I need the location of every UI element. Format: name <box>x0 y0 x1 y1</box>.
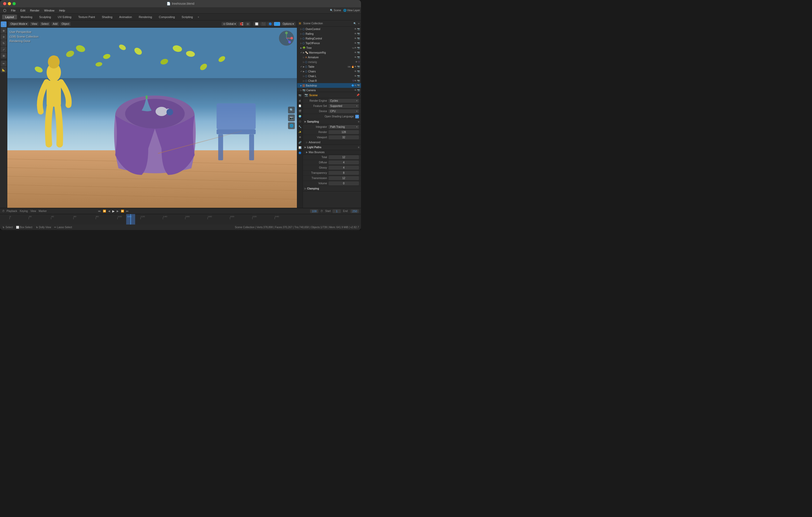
visibility-icon[interactable]: 👁 <box>354 89 356 91</box>
playback-btn[interactable]: Playback <box>6 209 18 213</box>
visibility-icon[interactable]: 👁 <box>354 47 356 49</box>
volume-value[interactable]: 0 <box>328 181 359 185</box>
output-props-icon[interactable]: 🖨 <box>298 98 302 103</box>
view-btn[interactable]: View <box>30 209 37 213</box>
render-props-icon[interactable]: 📷 <box>298 93 302 98</box>
render-icon[interactable]: 📷 <box>357 42 360 44</box>
visibility-icon[interactable]: 👁 <box>355 61 357 63</box>
tab-animation[interactable]: Animation <box>116 14 135 19</box>
prev-keyframe-btn[interactable]: ⏪ <box>102 209 107 213</box>
modifier-props-icon[interactable]: 🔧 <box>298 124 302 129</box>
render-icon[interactable]: 📷 <box>357 56 360 59</box>
tab-scripting[interactable]: Scripting <box>178 14 196 19</box>
close-button[interactable] <box>3 2 6 5</box>
render-icon[interactable]: 📷 <box>357 75 360 78</box>
light-paths-section[interactable]: ▶ Light Paths ≡ <box>303 145 361 150</box>
render-icon[interactable]: 📷 <box>357 80 360 82</box>
shading-solid[interactable]: ⬛ <box>260 22 267 26</box>
step-back-btn[interactable]: ◀ <box>107 209 111 213</box>
add-tab-button[interactable]: + <box>198 16 199 19</box>
object-props-icon[interactable]: ⬡ <box>298 119 302 124</box>
transparency-value[interactable]: 8 <box>328 171 359 175</box>
tab-compositing[interactable]: Compositing <box>156 14 178 19</box>
tool-select[interactable]: ↖ <box>1 22 6 27</box>
render-icon[interactable]: 📷 <box>357 89 360 91</box>
animation-bar[interactable]: 0 20 40 60 80 100 108 120 140 160 180 20… <box>0 214 361 224</box>
object-mode-dropdown[interactable]: Object Mode ▾ <box>9 22 29 26</box>
options-btn[interactable]: Options ▾ <box>281 22 295 26</box>
zoom-in-btn[interactable]: 🔍 <box>288 107 295 114</box>
start-frame-input[interactable]: 1 <box>332 209 341 213</box>
visibility-icon[interactable]: 👁 <box>354 75 356 78</box>
transmission-value[interactable]: 12 <box>328 176 359 180</box>
magnet-btn[interactable]: 🧲 <box>238 22 244 26</box>
clamping-section[interactable]: ▷ Clamping <box>303 186 361 191</box>
step-forward-btn[interactable]: ▶ <box>116 209 120 213</box>
visibility-icon[interactable]: 👁 <box>354 84 356 87</box>
add-menu[interactable]: Add <box>51 22 59 26</box>
tab-sculpting[interactable]: Sculpting <box>36 14 54 19</box>
tool-measure[interactable]: 📐 <box>1 67 6 73</box>
next-keyframe-btn[interactable]: ⏩ <box>120 209 125 213</box>
render-icon[interactable]: 📷 <box>357 47 360 49</box>
data-icon[interactable]: 📊 <box>298 145 302 150</box>
outliner-options[interactable]: ≡ <box>358 22 359 25</box>
filter-icon[interactable]: 🔍 <box>353 22 356 25</box>
tool-scale[interactable]: ⤢ <box>1 47 6 52</box>
tab-shading[interactable]: Shading <box>98 14 115 19</box>
tree-item-railing[interactable]: ▷ ⬡ Railing 👁 📷 <box>297 31 361 36</box>
render-icon[interactable]: 📷 <box>357 84 360 87</box>
shading-wireframe[interactable]: ⬜ <box>254 22 260 26</box>
tree-item-table[interactable]: ✓ ▶ ⬡ Table V4 🔥 👁 📷 <box>297 64 361 69</box>
tool-rotate[interactable]: ↻ <box>1 40 6 46</box>
menu-file[interactable]: File <box>9 8 18 12</box>
menu-help[interactable]: Help <box>57 8 67 12</box>
visibility-icon[interactable]: 👁 <box>354 65 356 68</box>
jump-end-btn[interactable]: ⏭ <box>125 209 129 213</box>
visibility-icon[interactable]: 👁 <box>354 70 356 73</box>
navigation-gizmo[interactable] <box>279 30 294 46</box>
tool-move[interactable]: ✛ <box>1 34 6 40</box>
visibility-icon[interactable]: 👁 <box>354 51 356 54</box>
play-btn[interactable]: ▶ <box>111 209 115 213</box>
tab-modeling[interactable]: Modeling <box>18 14 36 19</box>
tree-item-metarig[interactable]: ▷ ⬡ metarig 👁 ▽ <box>297 60 361 64</box>
render-icon[interactable]: 📷 <box>357 28 360 30</box>
menu-render[interactable]: Render <box>28 8 41 12</box>
visibility-icon[interactable]: 👁 <box>354 42 356 44</box>
minimize-button[interactable] <box>8 2 11 5</box>
render-engine-dropdown[interactable]: Cycles <box>328 99 359 103</box>
render-icon[interactable]: 📷 <box>357 37 360 40</box>
viewport-canvas[interactable]: User Perspective (108) Scene Collection … <box>7 28 297 208</box>
proportional-btn[interactable]: ⊙ <box>245 22 250 26</box>
feature-set-dropdown[interactable]: Supported <box>328 104 359 108</box>
menu-window[interactable]: Window <box>42 8 57 12</box>
tree-item-oven[interactable]: ▷ ⬡ OvenControl 👁 📷 <box>297 27 361 31</box>
diffuse-value[interactable]: 4 <box>328 160 359 164</box>
tree-item-chair-l[interactable]: ▷ ⬡ Chair.L 👁 📷 <box>297 74 361 79</box>
tab-rendering[interactable]: Rendering <box>136 14 155 19</box>
glossy-value[interactable]: 4 <box>328 166 359 170</box>
physics-icon[interactable]: ⚙ <box>298 135 302 140</box>
blender-logo[interactable]: ⬡ <box>1 8 8 13</box>
total-value[interactable]: 12 <box>328 155 359 159</box>
shading-material[interactable]: 🔵 <box>267 22 273 26</box>
camera-view-btn[interactable]: 📷 <box>288 115 295 121</box>
end-frame-input[interactable]: 250 <box>351 209 359 213</box>
outliner-tree[interactable]: ▷ ⬡ OvenControl 👁 📷 ▷ ⬡ Railing 👁 📷 ▷ <box>297 27 361 92</box>
menu-edit[interactable]: Edit <box>18 8 27 12</box>
tree-item-chair-r[interactable]: ▷ ⬡ Chair.R ▽ 👁 📷 <box>297 79 361 83</box>
max-bounces-subsection[interactable]: ▶ Max Bounces <box>303 150 361 155</box>
pin-icon[interactable]: 📌 <box>356 94 359 96</box>
tab-texture-paint[interactable]: Texture Paint <box>75 14 98 19</box>
tool-annotate[interactable]: ✏ <box>1 61 6 66</box>
render-icon[interactable]: 📷 <box>357 51 360 54</box>
tree-item-tree[interactable]: ▶ 🌳 Tree V₂ 👁 📷 <box>297 45 361 50</box>
view-menu[interactable]: View <box>30 22 39 26</box>
render-icon[interactable]: 📷 <box>357 70 360 73</box>
viewport-overlay[interactable]: ⊙ Global ▾ <box>222 22 237 26</box>
advanced-subsection[interactable]: ▷ Advanced <box>303 140 361 145</box>
osl-checkbox[interactable]: ✓ <box>355 115 359 118</box>
device-dropdown[interactable]: CPU <box>328 109 359 113</box>
visibility-icon[interactable]: 👁 <box>354 80 356 82</box>
